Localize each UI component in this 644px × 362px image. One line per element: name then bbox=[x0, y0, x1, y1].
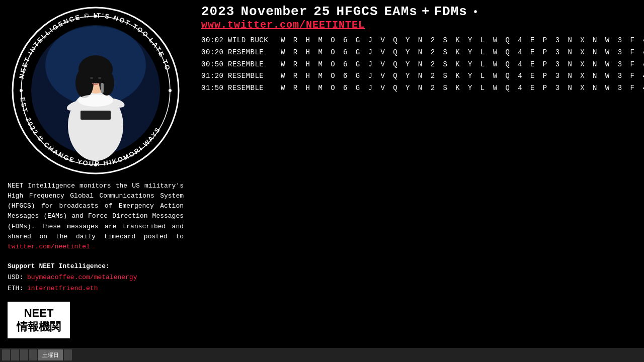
eam-row: 00:02WILD BUCKW R H M O 6 G J V Q Y N 2 … bbox=[201, 35, 639, 47]
hair-left bbox=[75, 68, 94, 98]
eam-callsign: RESEMBLE bbox=[228, 70, 276, 82]
left-panel: NEET INTELLIGENCE © IT'S NOT TOO LATE TO… bbox=[0, 0, 191, 362]
eam-time: 01:20 bbox=[201, 70, 224, 82]
support-section: Support NEET Intelligence: USD: buymeaco… bbox=[8, 261, 137, 294]
header-month: November bbox=[240, 4, 307, 19]
support-title: Support NEET Intelligence: bbox=[8, 261, 137, 272]
dot-right bbox=[169, 89, 172, 92]
eye-left bbox=[90, 77, 93, 79]
eam-callsign: RESEMBLE bbox=[228, 47, 276, 59]
header-bullet: • bbox=[472, 7, 479, 18]
eam-time: 01:50 bbox=[201, 82, 224, 95]
eth-row: ETH: internetfriend.eth bbox=[8, 283, 137, 294]
taskbar-item[interactable]: 土曜日 bbox=[38, 349, 63, 360]
logo-svg: NEET INTELLIGENCE © IT'S NOT TOO LATE TO… bbox=[10, 5, 181, 176]
usd-label: USD: bbox=[8, 274, 23, 281]
eth-link[interactable]: internetfriend.eth bbox=[27, 285, 98, 292]
header-eams: EAMs bbox=[384, 4, 417, 19]
collar bbox=[78, 95, 113, 107]
taskbar-item[interactable] bbox=[20, 349, 28, 360]
right-panel: 2023 November 25 HFGCS EAMs + FDMs • www… bbox=[196, 0, 644, 99]
eam-codes: W R H M O 6 G J V Q Y N 2 S K Y L W Q 4 … bbox=[281, 47, 644, 59]
taskbar-item[interactable] bbox=[11, 349, 19, 360]
eth-label: ETH: bbox=[8, 285, 23, 292]
usd-row: USD: buymeacoffee.com/metalenergy bbox=[8, 272, 137, 283]
dot-bottom bbox=[94, 163, 97, 166]
dark-band bbox=[80, 111, 111, 120]
header-plus: + bbox=[422, 4, 430, 19]
description-body: NEET Intelligence monitors the US milita… bbox=[8, 182, 184, 240]
eam-time: 00:02 bbox=[201, 35, 224, 47]
neet-logo-box: NEET 情報機関 bbox=[8, 302, 70, 338]
neet-logo-line2: 情報機関 bbox=[17, 320, 61, 333]
eam-row: 00:50RESEMBLEW R H M O 6 G J V Q Y N 2 S… bbox=[201, 59, 639, 71]
eam-table: 00:02WILD BUCKW R H M O 6 G J V Q Y N 2 … bbox=[201, 35, 639, 95]
taskbar-item[interactable] bbox=[64, 349, 72, 360]
header-hfgcs: HFGCS bbox=[336, 4, 378, 19]
eam-callsign: WILD BUCK bbox=[228, 35, 276, 47]
taskbar-item[interactable] bbox=[2, 349, 10, 360]
dot-left bbox=[20, 89, 23, 92]
header-fdms: FDMs bbox=[434, 4, 467, 19]
header-twitter-link[interactable]: www.twitter.com/NEETINTEL bbox=[201, 19, 365, 31]
twitter-link-desc[interactable]: twitter.com/neetintel bbox=[8, 243, 90, 250]
header-row: 2023 November 25 HFGCS EAMs + FDMs • www… bbox=[201, 4, 639, 31]
eam-row: 01:20RESEMBLEW R H M O 6 G J V Q Y N 2 S… bbox=[201, 70, 639, 82]
eam-codes: W R H M O 6 G J V Q Y N 2 S K Y L W Q 4 … bbox=[281, 59, 644, 71]
usd-link[interactable]: buymeacoffee.com/metalenergy bbox=[27, 274, 137, 281]
taskbar: 土曜日 bbox=[0, 348, 644, 362]
eam-callsign: RESEMBLE bbox=[228, 82, 276, 95]
header-day: 25 bbox=[313, 4, 330, 19]
circle-logo: NEET INTELLIGENCE © IT'S NOT TOO LATE TO… bbox=[10, 5, 181, 176]
eam-codes: W R H M O 6 G J V Q Y N 2 S K Y L W Q 4 … bbox=[281, 70, 644, 82]
eam-row: 01:50RESEMBLEW R H M O 6 G J V Q Y N 2 S… bbox=[201, 82, 639, 95]
taskbar-item[interactable] bbox=[29, 349, 37, 360]
header-year: 2023 bbox=[201, 4, 234, 19]
neet-logo-line1: NEET bbox=[17, 307, 61, 320]
eam-codes: W R H M O 6 G J V Q Y N 2 S K Y L W Q 4 … bbox=[281, 82, 644, 95]
description-text: NEET Intelligence monitors the US milita… bbox=[8, 181, 184, 252]
eam-codes: W R H M O 6 G J V Q Y N 2 S K Y L W Q 4 … bbox=[281, 35, 644, 47]
eam-row: 00:20RESEMBLEW R H M O 6 G J V Q Y N 2 S… bbox=[201, 47, 639, 59]
eam-callsign: RESEMBLE bbox=[228, 59, 276, 71]
microphone bbox=[101, 83, 104, 93]
eye-right bbox=[98, 77, 101, 79]
dot-top bbox=[94, 15, 97, 18]
eam-time: 00:50 bbox=[201, 59, 224, 71]
eam-time: 00:20 bbox=[201, 47, 224, 59]
